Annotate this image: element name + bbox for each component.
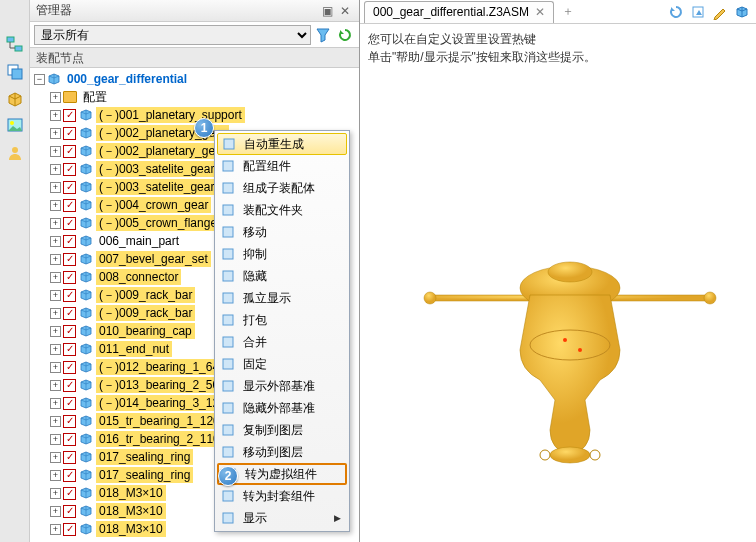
expand-icon[interactable]: + <box>50 398 61 409</box>
part-icon <box>79 198 93 212</box>
checkbox[interactable] <box>63 397 76 410</box>
expand-icon[interactable]: + <box>50 524 61 535</box>
expand-icon[interactable]: + <box>50 506 61 517</box>
checkbox[interactable] <box>63 127 76 140</box>
checkbox[interactable] <box>63 199 76 212</box>
panel-menu-icon[interactable]: ▣ <box>319 3 335 19</box>
tool-layers-icon[interactable] <box>3 60 27 84</box>
menu-item[interactable]: 孤立显示 <box>217 287 347 309</box>
expand-icon[interactable]: + <box>50 254 61 265</box>
expand-icon[interactable]: + <box>50 362 61 373</box>
checkbox[interactable] <box>63 253 76 266</box>
checkbox[interactable] <box>63 163 76 176</box>
checkbox[interactable] <box>63 145 76 158</box>
checkbox[interactable] <box>63 415 76 428</box>
tab-close-icon[interactable]: ✕ <box>535 5 545 19</box>
expand-icon[interactable]: + <box>50 218 61 229</box>
view-cube-icon[interactable] <box>732 2 752 22</box>
expand-icon[interactable]: − <box>34 74 45 85</box>
part-icon <box>79 486 93 500</box>
menu-item[interactable]: 合并 <box>217 331 347 353</box>
checkbox[interactable] <box>63 433 76 446</box>
expand-icon[interactable]: + <box>50 128 61 139</box>
menu-item[interactable]: 移动到图层 <box>217 441 347 463</box>
item-label: 017_sealing_ring <box>96 467 193 483</box>
menu-item[interactable]: 自动重生成 <box>217 133 347 155</box>
expand-icon[interactable]: + <box>50 470 61 481</box>
checkbox[interactable] <box>63 217 76 230</box>
menu-item[interactable]: 组成子装配体 <box>217 177 347 199</box>
checkbox[interactable] <box>63 361 76 374</box>
document-tab[interactable]: 000_gear_differential.Z3ASM ✕ <box>364 1 554 23</box>
menu-item-label: 隐藏外部基准 <box>243 400 315 417</box>
expand-icon[interactable]: + <box>50 308 61 319</box>
expand-icon[interactable]: + <box>50 200 61 211</box>
filter-select[interactable]: 显示所有 <box>34 25 311 45</box>
expand-icon[interactable]: + <box>50 344 61 355</box>
menu-item[interactable]: 打包 <box>217 309 347 331</box>
menu-item[interactable]: 复制到图层 <box>217 419 347 441</box>
svg-rect-26 <box>223 293 233 303</box>
checkbox[interactable] <box>63 307 76 320</box>
part-icon <box>79 324 93 338</box>
checkbox[interactable] <box>63 523 76 536</box>
checkbox[interactable] <box>63 109 76 122</box>
tool-tree-icon[interactable] <box>3 33 27 57</box>
refresh-icon[interactable] <box>335 25 355 45</box>
expand-icon[interactable]: + <box>50 146 61 157</box>
tree-root[interactable]: −000_gear_differential <box>30 70 359 88</box>
tool-user-icon[interactable] <box>3 141 27 165</box>
checkbox[interactable] <box>63 325 76 338</box>
menu-item[interactable]: 显示▶ <box>217 507 347 529</box>
checkbox[interactable] <box>63 469 76 482</box>
submenu-arrow-icon: ▶ <box>334 513 341 523</box>
expand-icon[interactable]: + <box>50 110 61 121</box>
menu-item[interactable]: 抑制 <box>217 243 347 265</box>
checkbox[interactable] <box>63 271 76 284</box>
model-view[interactable] <box>420 200 720 480</box>
menu-item[interactable]: 转为封套组件 <box>217 485 347 507</box>
checkbox[interactable] <box>63 289 76 302</box>
expand-icon[interactable]: + <box>50 434 61 445</box>
item-label: 015_tr_bearing_1_120 <box>96 413 223 429</box>
expand-icon[interactable]: + <box>50 290 61 301</box>
expand-icon[interactable]: + <box>50 272 61 283</box>
tool-box-icon[interactable] <box>3 87 27 111</box>
expand-icon[interactable]: + <box>50 182 61 193</box>
menu-item-icon <box>219 201 237 219</box>
tool-image-icon[interactable] <box>3 114 27 138</box>
checkbox[interactable] <box>63 181 76 194</box>
expand-icon[interactable]: + <box>50 92 61 103</box>
view-rotate-icon[interactable] <box>666 2 686 22</box>
menu-item[interactable]: 隐藏外部基准 <box>217 397 347 419</box>
panel-close-icon[interactable]: ✕ <box>337 3 353 19</box>
svg-point-6 <box>12 147 18 153</box>
expand-icon[interactable]: + <box>50 236 61 247</box>
menu-item[interactable]: 隐藏 <box>217 265 347 287</box>
expand-icon[interactable]: + <box>50 380 61 391</box>
checkbox[interactable] <box>63 379 76 392</box>
menu-item[interactable]: 装配文件夹 <box>217 199 347 221</box>
tab-add-icon[interactable]: ＋ <box>556 3 580 20</box>
checkbox[interactable] <box>63 487 76 500</box>
expand-icon[interactable]: + <box>50 326 61 337</box>
menu-item[interactable]: 移动 <box>217 221 347 243</box>
expand-icon[interactable]: + <box>50 488 61 499</box>
menu-item[interactable]: 固定 <box>217 353 347 375</box>
menu-item-icon <box>219 267 237 285</box>
expand-icon[interactable]: + <box>50 416 61 427</box>
tree-config[interactable]: +配置 <box>30 88 359 106</box>
checkbox[interactable] <box>63 505 76 518</box>
view-settings-icon[interactable] <box>688 2 708 22</box>
expand-icon[interactable]: + <box>50 452 61 463</box>
checkbox[interactable] <box>63 451 76 464</box>
checkbox[interactable] <box>63 343 76 356</box>
menu-item[interactable]: 显示外部基准 <box>217 375 347 397</box>
svg-point-15 <box>540 450 550 460</box>
view-edit-icon[interactable] <box>710 2 730 22</box>
menu-item[interactable]: 配置组件 <box>217 155 347 177</box>
checkbox[interactable] <box>63 235 76 248</box>
expand-icon[interactable]: + <box>50 164 61 175</box>
tree-item[interactable]: +(－)001_planetary_support <box>30 106 359 124</box>
funnel-icon[interactable] <box>313 25 333 45</box>
